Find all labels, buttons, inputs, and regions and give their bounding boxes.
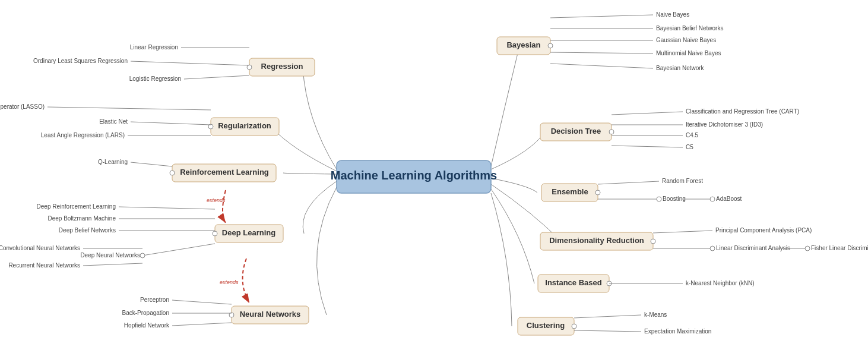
neural-label: Neural Networks (240, 310, 301, 319)
conn-clustering (491, 193, 512, 326)
instance-label: Instance Based (545, 278, 601, 287)
leaf-line-nn3 (172, 323, 232, 326)
leaf-line-nn1 (172, 300, 232, 304)
bayesian-circle (548, 43, 553, 48)
dnn-circle (140, 253, 145, 258)
leaf-fld: Fisher Linear Discriminant (811, 245, 868, 251)
leaf-rf: Random Forest (662, 178, 703, 184)
extends-label-1: extends (207, 197, 226, 203)
leaf-gnb: Gaussian Naive Bayes (656, 37, 716, 43)
deeplearning-label: Deep Learning (222, 228, 275, 237)
leaf-bn: Bayesian Network (656, 65, 705, 71)
leaf-kmeans: k-Means (644, 311, 667, 318)
conn-ensemble (491, 178, 537, 193)
reinforcement-label: Reinforcement Learning (180, 168, 269, 176)
dl-circle (213, 231, 217, 236)
boosting-circle (657, 197, 661, 201)
leaf-knn: k-Nearest Neighbor (kNN) (686, 280, 755, 286)
conn-regression (303, 67, 337, 169)
leaf-line-dl4 (142, 244, 215, 256)
leaf-mnb: Multinomial Naive Bayes (656, 50, 721, 56)
leaf-id3: Iterative Dichotomiser 3 (ID3) (686, 121, 763, 128)
conn-bayesian (491, 46, 519, 166)
extends-label-2: extends (220, 279, 239, 285)
leaf-line-reg1 (47, 107, 211, 110)
conn-regularization (271, 127, 337, 171)
conn-reinforcement (283, 173, 337, 174)
leaf-line-c2 (574, 330, 641, 332)
leaf-bbn: Bayesian Belief Networks (656, 25, 723, 31)
leaf-boosting: Boosting (663, 196, 686, 202)
dim-circle (651, 239, 655, 244)
clustering-circle (572, 324, 576, 329)
rl-circle (170, 171, 175, 175)
leaf-adaboost: AdaBoost (716, 196, 742, 202)
extends-arrow-2 (243, 259, 249, 303)
regression-label: Regression (261, 62, 303, 71)
leaf-dnn: Deep Neural Networks (80, 252, 140, 259)
conn-instance (491, 189, 534, 283)
leaf-linear-reg: Linear Regression (130, 44, 178, 51)
leaf-line-c1 (574, 315, 641, 318)
leaf-lda: Linear Discriminant Analysis (716, 245, 790, 251)
leaf-line-dim1 (653, 231, 712, 233)
leaf-hopfield: Hopfield Network (124, 322, 170, 329)
leaf-line-reg2 (131, 122, 211, 125)
leaf-line-ql (131, 162, 172, 166)
leaf-backprop: Back-Propagation (122, 310, 170, 316)
leaf-pca: Principal Component Analysis (PCA) (715, 227, 812, 234)
leaf-line-r3 (184, 75, 249, 79)
leaf-line-dt4 (612, 146, 683, 147)
leaf-lasso: Least Absolute Shrinkage and Selection O… (0, 103, 45, 110)
leaf-line-dl1 (119, 207, 215, 209)
leaf-cart: Classification and Regression Tree (CART… (686, 108, 799, 115)
mindmap-svg: extends extends Regression Linear Regres… (0, 0, 868, 353)
leaf-line-r2 (131, 61, 249, 65)
lda-circle (710, 246, 715, 251)
leaf-line-e1 (598, 181, 659, 184)
conn-neural (317, 187, 337, 315)
leaf-c45: C4.5 (686, 132, 699, 138)
conn-decision (491, 132, 545, 169)
leaf-line-rnn (83, 263, 142, 266)
leaf-ols: Ordinary Least Squares Regression (33, 58, 128, 64)
adaboost-circle (710, 197, 715, 201)
leaf-cnn: Convolutional Neural Networks (0, 245, 80, 251)
leaf-line-b5 (550, 64, 653, 68)
fld-circle (805, 246, 810, 251)
leaf-elastic: Elastic Net (99, 118, 128, 125)
leaf-em: Expectation Maximization (644, 328, 711, 335)
leaf-logistic-reg: Logistic Regression (129, 75, 181, 82)
leaf-dbm: Deep Boltzmann Machine (47, 215, 116, 222)
extends-arrow-1 (223, 190, 226, 223)
ensemble-label: Ensemble (552, 187, 588, 196)
leaf-lars: Least Angle Regression (LARS) (41, 132, 125, 138)
leaf-rnn: Recurrent Neural Networks (8, 262, 80, 269)
leaf-qlearning: Q-Learning (98, 159, 128, 165)
leaf-dbn: Deep Belief Networks (59, 227, 116, 234)
regularization-label: Regularization (218, 121, 271, 130)
dim-label: Dimensionality Reduction (549, 236, 644, 245)
leaf-c5: C5 (686, 144, 693, 150)
clustering-label: Clustering (527, 321, 565, 330)
leaf-line-b4 (550, 52, 653, 53)
decision-label: Decision Tree (551, 127, 601, 135)
dt-circle (609, 130, 614, 134)
bayesian-label: Bayesian (506, 40, 540, 49)
leaf-line-b1 (550, 15, 653, 18)
leaf-deep-rl: Deep Reinforcement Learning (37, 203, 116, 210)
center-label: Machine Learning Algorithms (331, 169, 497, 182)
leaf-line-dt1 (612, 112, 683, 115)
conn-deeplearning (303, 181, 337, 234)
ensemble-circle (595, 190, 600, 195)
leaf-naive-bayes: Naive Bayes (656, 11, 689, 18)
leaf-perceptron: Perceptron (140, 297, 169, 303)
